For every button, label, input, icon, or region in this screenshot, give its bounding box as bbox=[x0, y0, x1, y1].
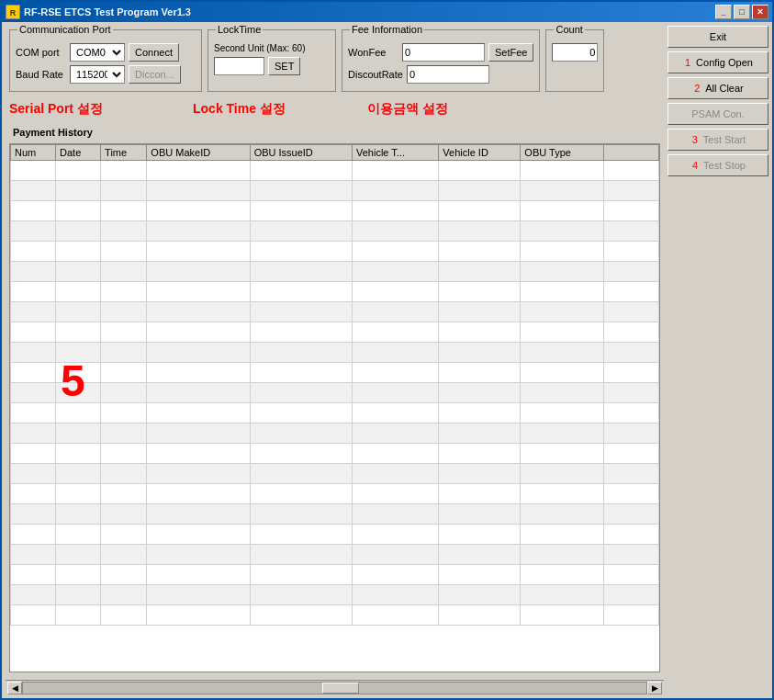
scroll-left-button[interactable]: ◀ bbox=[7, 682, 22, 694]
config-open-label: Config Open bbox=[696, 57, 753, 68]
title-bar-controls: _ □ ✕ bbox=[715, 5, 768, 19]
table-row bbox=[11, 605, 659, 626]
psam-label: PSAM Con. bbox=[691, 108, 744, 119]
lock-time-input[interactable] bbox=[214, 57, 264, 75]
lock-time-sublabel-row: Second Unit (Max: 60) bbox=[214, 43, 330, 53]
table-row bbox=[11, 322, 659, 343]
table-row bbox=[11, 363, 659, 383]
discount-rate-row: DiscoutRate bbox=[348, 65, 533, 84]
big-number-overlay: 5 bbox=[61, 356, 85, 406]
com-port-label: COM port bbox=[16, 47, 66, 58]
discount-rate-input[interactable] bbox=[407, 65, 489, 84]
horizontal-scrollbar[interactable]: ◀ ▶ bbox=[6, 680, 664, 694]
config-open-button[interactable]: 1 Config Open bbox=[667, 51, 768, 73]
maximize-button[interactable]: □ bbox=[734, 5, 750, 19]
table-header-row: Num Date Time OBU MakeID OBU IssueID Veh… bbox=[11, 145, 659, 161]
test-stop-button[interactable]: 4 Test Stop bbox=[667, 154, 768, 176]
payment-history-label: Payment History bbox=[6, 123, 664, 140]
discount-rate-label: DiscoutRate bbox=[348, 69, 403, 80]
baud-rate-select[interactable]: 115200 9600 38400 bbox=[70, 65, 125, 84]
left-panel: Communication Port COM port COM0 COM1 CO… bbox=[6, 26, 664, 694]
scroll-track[interactable] bbox=[22, 682, 647, 694]
payment-history-table: Num Date Time OBU MakeID OBU IssueID Veh… bbox=[10, 144, 659, 626]
window-icon: R bbox=[6, 5, 20, 19]
table-row bbox=[11, 403, 659, 423]
payment-history-table-container[interactable]: Num Date Time OBU MakeID OBU IssueID Veh… bbox=[9, 143, 660, 672]
scroll-thumb[interactable] bbox=[322, 683, 359, 694]
com-port-select[interactable]: COM0 COM1 COM2 bbox=[70, 43, 125, 62]
lock-time-section-label: Lock Time 설정 bbox=[193, 101, 367, 118]
col-vehicle-type: Vehicle T... bbox=[352, 145, 438, 161]
main-window: R RF-RSE ETCS Test Program Ver1.3 _ □ ✕ … bbox=[0, 0, 774, 700]
baud-rate-label: Baud Rate bbox=[16, 69, 66, 80]
psam-con-button[interactable]: PSAM Con. bbox=[667, 103, 768, 125]
col-num: Num bbox=[11, 145, 56, 161]
test-start-num: 3 bbox=[690, 134, 700, 145]
table-row bbox=[11, 565, 659, 585]
won-fee-row: WonFee SetFee bbox=[348, 43, 533, 62]
comm-port-box: Communication Port COM port COM0 COM1 CO… bbox=[9, 29, 202, 92]
table-row bbox=[11, 242, 659, 262]
serial-port-label: Serial Port 설정 bbox=[9, 101, 193, 118]
connect-button[interactable]: Connect bbox=[129, 43, 179, 62]
section-labels: Serial Port 설정 Lock Time 설정 이용금액 설정 bbox=[6, 99, 664, 119]
table-row bbox=[11, 484, 659, 504]
table-row bbox=[11, 302, 659, 322]
fee-info-box: Fee Information WonFee SetFee DiscoutRat… bbox=[342, 29, 540, 92]
won-fee-input[interactable] bbox=[402, 43, 485, 62]
count-legend: Count bbox=[554, 24, 584, 35]
scroll-right-button[interactable]: ▶ bbox=[647, 682, 662, 694]
table-row bbox=[11, 262, 659, 282]
top-section: Communication Port COM port COM0 COM1 CO… bbox=[6, 26, 664, 96]
config-open-num: 1 bbox=[683, 57, 692, 68]
all-clear-button[interactable]: 2 All Clear bbox=[667, 77, 768, 99]
lock-time-set-button[interactable]: SET bbox=[268, 57, 300, 75]
table-row bbox=[11, 343, 659, 363]
won-fee-label: WonFee bbox=[348, 47, 398, 58]
test-stop-label: Test Stop bbox=[703, 160, 746, 171]
all-clear-num: 2 bbox=[692, 83, 701, 94]
fee-section-label: 이용금액 설정 bbox=[367, 101, 514, 118]
col-obu-makeid: OBU MakeID bbox=[147, 145, 250, 161]
lock-time-legend: LockTime bbox=[216, 24, 263, 35]
col-obu-type: OBU Type bbox=[521, 145, 604, 161]
window-title: RF-RSE ETCS Test Program Ver1.3 bbox=[24, 6, 191, 17]
col-extra bbox=[604, 145, 659, 161]
table-row bbox=[11, 525, 659, 545]
table-row bbox=[11, 464, 659, 484]
table-row bbox=[11, 161, 659, 181]
close-button[interactable]: ✕ bbox=[752, 5, 768, 19]
table-row bbox=[11, 444, 659, 464]
exit-label: Exit bbox=[710, 31, 726, 42]
test-start-button[interactable]: 3 Test Start bbox=[667, 129, 768, 151]
fee-info-legend: Fee Information bbox=[350, 24, 424, 35]
count-box: Count bbox=[545, 29, 604, 92]
table-row bbox=[11, 545, 659, 565]
minimize-button[interactable]: _ bbox=[715, 5, 732, 19]
lock-time-input-row: SET bbox=[214, 57, 330, 75]
exit-button[interactable]: Exit bbox=[667, 26, 768, 48]
table-row bbox=[11, 181, 659, 201]
count-input[interactable] bbox=[552, 43, 598, 62]
disconnect-button[interactable]: Diccon... bbox=[129, 65, 181, 84]
count-input-row bbox=[552, 43, 598, 62]
lock-time-box: LockTime Second Unit (Max: 60) SET bbox=[208, 29, 336, 92]
table-row bbox=[11, 201, 659, 221]
all-clear-label: All Clear bbox=[705, 83, 744, 94]
col-vehicle-id: Vehicle ID bbox=[439, 145, 521, 161]
test-stop-num: 4 bbox=[690, 160, 700, 171]
col-date: Date bbox=[56, 145, 101, 161]
set-fee-button[interactable]: SetFee bbox=[488, 43, 533, 62]
test-start-label: Test Start bbox=[703, 134, 746, 145]
lock-time-sublabel: Second Unit (Max: 60) bbox=[214, 43, 306, 53]
baud-rate-row: Baud Rate 115200 9600 38400 Diccon... bbox=[16, 65, 196, 84]
comm-port-legend: Communication Port bbox=[17, 24, 113, 35]
table-row bbox=[11, 383, 659, 403]
main-content: Communication Port COM port COM0 COM1 CO… bbox=[2, 22, 772, 698]
table-row bbox=[11, 423, 659, 444]
table-row bbox=[11, 221, 659, 242]
col-time: Time bbox=[101, 145, 147, 161]
right-panel: Exit 1 Config Open 2 All Clear PSAM Con.… bbox=[667, 26, 768, 694]
com-port-row: COM port COM0 COM1 COM2 Connect bbox=[16, 43, 196, 62]
col-obu-issueid: OBU IssueID bbox=[250, 145, 352, 161]
